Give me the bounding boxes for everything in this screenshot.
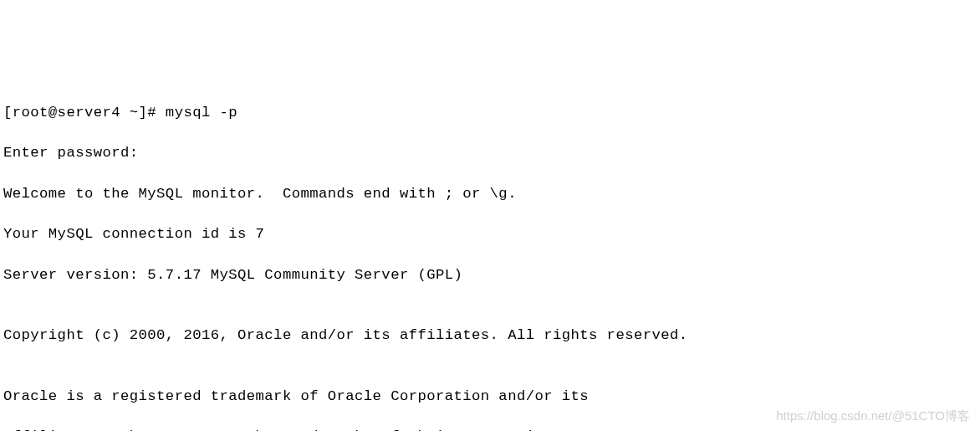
welcome-line: Welcome to the MySQL monitor. Commands e… [3, 184, 977, 204]
connection-id-line: Your MySQL connection id is 7 [3, 224, 977, 244]
password-prompt-line: Enter password: [3, 143, 977, 163]
terminal-output: [root@server4 ~]# mysql -p Enter passwor… [3, 83, 977, 431]
trademark-line-1: Oracle is a registered trademark of Orac… [3, 387, 977, 407]
trademark-line-2: affiliates. Other names may be trademark… [3, 427, 977, 431]
copyright-line: Copyright (c) 2000, 2016, Oracle and/or … [3, 326, 977, 346]
server-version-line: Server version: 5.7.17 MySQL Community S… [3, 265, 977, 285]
shell-prompt-line: [root@server4 ~]# mysql -p [3, 103, 977, 123]
watermark-text: https://blog.csdn.net/@51CTO博客 [776, 406, 970, 426]
